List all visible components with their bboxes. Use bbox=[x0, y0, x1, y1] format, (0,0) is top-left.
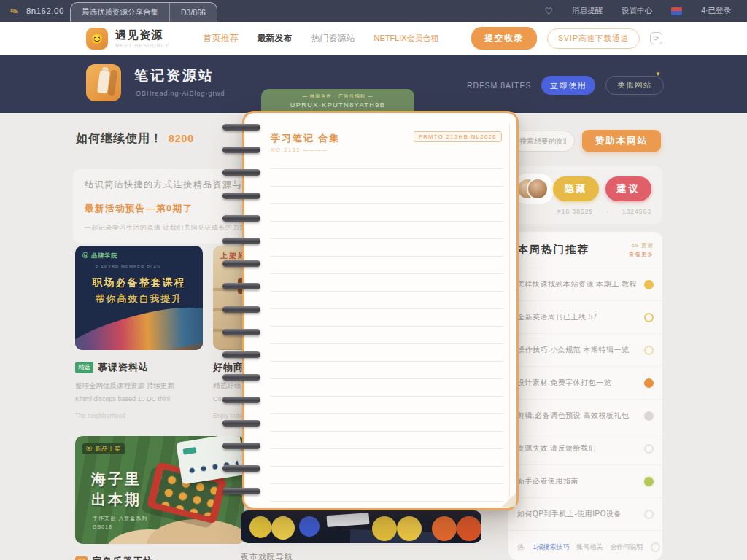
search-input[interactable] bbox=[511, 131, 575, 152]
list-item[interactable]: 如何QP到手机上-使用IPO设备 bbox=[508, 498, 662, 531]
pencil-icon[interactable]: ✎ bbox=[8, 4, 20, 18]
brand-name: 遇见资源 bbox=[115, 28, 169, 42]
list-item-text: 剪辑.必备调色预设 高效模板礼包 bbox=[517, 411, 638, 421]
recommend-header: 本周热门推荐 59 更新 查看更多 bbox=[508, 232, 662, 268]
nav-links: 首页推荐 最新发布 热门资源站 NETFLIX会员合租 bbox=[203, 32, 438, 44]
browser-topbar: ✎ 8n162.00 晨选优质资源分享合集 D3/866 ♡ 消息提醒 设置中心… bbox=[0, 0, 747, 22]
topbar-menu-item-3[interactable]: 4·已登录 bbox=[701, 6, 731, 16]
page: ✎ 8n162.00 晨选优质资源分享合集 D3/866 ♡ 消息提醒 设置中心… bbox=[0, 0, 747, 560]
refresh-icon[interactable]: ⟳ bbox=[650, 32, 662, 44]
page-fold bbox=[509, 123, 510, 498]
green-banner-tab[interactable]: — 独家合作 · 广告位招租 — UPRUX·KPUTN8YATH9B bbox=[261, 89, 414, 113]
notebook-subtitle: NO.2155 ———— bbox=[271, 147, 328, 152]
stats-right: 1324563 bbox=[622, 208, 651, 215]
green-banner-line2: UPRUX·KPUTN8YATH9B bbox=[290, 101, 386, 109]
use-now-button[interactable]: 立即使用 bbox=[541, 76, 595, 95]
page-curl-icon bbox=[501, 493, 516, 508]
nav-link-home[interactable]: 首页推荐 bbox=[203, 32, 238, 44]
status-dot-icon bbox=[644, 444, 654, 454]
card1-logo: Ⓖ 品牌学院 bbox=[82, 252, 117, 260]
recommend-note-line1: 59 更新 bbox=[629, 242, 654, 249]
notebook-page: 学习笔记 合集 NO.2155 ———— FRMTO.213HB.NL2026 bbox=[242, 111, 519, 510]
nav-link-new[interactable]: 最新发布 bbox=[257, 32, 292, 44]
footer-item-2[interactable]: 账号相关 bbox=[577, 542, 603, 552]
footer-item-3[interactable]: 合作问说明 bbox=[611, 542, 643, 552]
card3-cover-title-2: 出本期 bbox=[91, 490, 142, 510]
list-item-text: 设计素材.免费字体打包一览 bbox=[517, 378, 638, 388]
recommend-title: 本周热门推荐 bbox=[517, 243, 589, 257]
status-dot-icon bbox=[644, 477, 654, 486]
notebook-badge: FRMTO.213HB.NL2026 bbox=[414, 131, 502, 142]
footer-link[interactable]: 1招搜索技巧 bbox=[533, 542, 570, 552]
site-navbar: 😊 遇见资源 MEET·RESOURCE 首页推荐 最新发布 热门资源站 NET… bbox=[0, 22, 747, 55]
hide-button[interactable]: 隐藏 bbox=[553, 176, 599, 201]
card3-title[interactable]: 宝岛乐器工坊 bbox=[92, 555, 153, 560]
tab-secondary-label: D3/866 bbox=[181, 8, 206, 17]
recommend-note[interactable]: 59 更新 查看更多 bbox=[629, 242, 654, 258]
list-item[interactable]: 设计素材.免费字体打包一览 bbox=[508, 367, 662, 400]
vip-button[interactable]: SVIP高速下载通道 bbox=[547, 28, 640, 49]
notebook-title: 学习笔记 合集 bbox=[271, 132, 341, 145]
list-item-text: 如何QP到手机上-使用IPO设备 bbox=[517, 509, 638, 519]
flag-icon[interactable] bbox=[671, 7, 682, 15]
stats-separator: · bbox=[606, 208, 609, 215]
card1-cover-image: Ⓖ 品牌学院 P.AKXBR MEMBER PLAN 职场必备整套课程 帮你高效… bbox=[75, 246, 203, 350]
card1-cover-small-text: P.AKXBR MEMBER PLAN bbox=[96, 265, 161, 269]
suggest-button[interactable]: 建议 bbox=[605, 176, 651, 201]
nav-actions: 提交收录 SVIP高速下载通道 ⟳ bbox=[471, 27, 747, 50]
browser-tab-secondary[interactable]: D3/866 bbox=[169, 3, 217, 22]
nav-link-netflix[interactable]: NETFLIX会员合租 bbox=[374, 33, 438, 44]
nav-link-hot[interactable]: 热门资源站 bbox=[311, 32, 355, 44]
card1-tag: 精选 bbox=[75, 362, 93, 373]
hero-stats: RDFSM.8AITES bbox=[467, 81, 531, 90]
similar-sites-button[interactable]: 类似网站 bbox=[605, 76, 664, 95]
card1-desc-1: 整理全网优质课程资源 持续更新 bbox=[75, 381, 203, 391]
status-dot-icon bbox=[644, 280, 654, 289]
list-item-text: 操作技巧.小众规范 本期特辑一览 bbox=[517, 345, 638, 355]
status-dot-icon bbox=[644, 313, 654, 322]
sponsor-site-button[interactable]: 赞助本网站 bbox=[582, 130, 661, 152]
list-item[interactable]: 新手必看使用指南 bbox=[508, 465, 662, 498]
heart-icon[interactable]: ♡ bbox=[545, 6, 554, 17]
recommend-footer: 热. 1招搜索技巧 账号相关 合作问说明 bbox=[508, 531, 662, 560]
card4-caption: 夜市戏院导航 bbox=[241, 552, 481, 560]
status-dot-icon bbox=[644, 346, 654, 355]
avatar bbox=[527, 178, 549, 200]
card3-tag: 04 bbox=[75, 556, 88, 560]
status-dot-icon bbox=[651, 542, 660, 552]
list-item[interactable]: 操作技巧.小众规范 本期特辑一览 bbox=[508, 334, 662, 367]
hero-subtitle: OBHreading·AiBlog·gtwd bbox=[136, 90, 225, 97]
browser-tabs: 晨选优质资源分享合集 D3/866 bbox=[70, 2, 217, 22]
resource-card-4[interactable]: 夜市戏院导航 bbox=[241, 510, 481, 560]
topbar-menu-item-1[interactable]: 消息提醒 bbox=[572, 6, 603, 16]
community-stats: #16 38529 · 1324563 bbox=[551, 208, 658, 215]
card1-cover-title-2: 帮你高效自我提升 bbox=[96, 292, 183, 306]
card1-desc-3: The neighborhood bbox=[75, 412, 203, 419]
topbar-menu: ♡ 消息提醒 设置中心 4·已登录 bbox=[545, 6, 747, 17]
status-dot-icon bbox=[644, 411, 654, 421]
status-dot-icon bbox=[644, 510, 654, 519]
topbar-menu-item-2[interactable]: 设置中心 bbox=[622, 6, 652, 16]
resource-card-3[interactable]: Ⓑ 新品上架 海子里 出本期 手作文创·八音盒系列 GB018 04 宝岛乐器工… bbox=[75, 436, 244, 560]
list-item[interactable]: 怎样快速找到本站资源 本期工 教程 bbox=[508, 268, 662, 301]
submit-button[interactable]: 提交收录 bbox=[471, 27, 537, 50]
heading-badge: 8200 bbox=[169, 133, 194, 144]
notice-title: 最新活动预告—第0期了 bbox=[85, 203, 193, 215]
section-heading: 如何继续使用！ bbox=[76, 131, 163, 147]
brand-block: 遇见资源 MEET·RESOURCE bbox=[115, 28, 169, 48]
tab-main-label: 晨选优质资源分享合集 bbox=[82, 7, 158, 18]
browser-tab-main[interactable]: 晨选优质资源分享合集 bbox=[71, 3, 169, 22]
list-item[interactable]: 资源失效.请反馈给我们 bbox=[508, 432, 662, 465]
card1-title[interactable]: 慕课资料站 bbox=[98, 361, 149, 374]
stats-left: #16 38529 bbox=[557, 208, 593, 215]
hero-title: 笔记资源站 bbox=[134, 66, 214, 85]
site-logo-icon[interactable]: 😊 bbox=[86, 28, 108, 50]
list-item[interactable]: 全新英语周刊已上线 57 bbox=[508, 301, 662, 334]
address-text: 8n162.00 bbox=[26, 7, 64, 15]
resource-card-1[interactable]: Ⓖ 品牌学院 P.AKXBR MEMBER PLAN 职场必备整套课程 帮你高效… bbox=[75, 246, 203, 419]
card3-cover-code: GB018 bbox=[93, 524, 112, 529]
logo-glyph: 😊 bbox=[90, 33, 103, 44]
bolt-icon: ▼ bbox=[655, 71, 661, 77]
list-item[interactable]: 剪辑.必备调色预设 高效模板礼包 bbox=[508, 400, 662, 432]
card3-cover-tag: Ⓑ 新品上架 bbox=[82, 443, 125, 454]
